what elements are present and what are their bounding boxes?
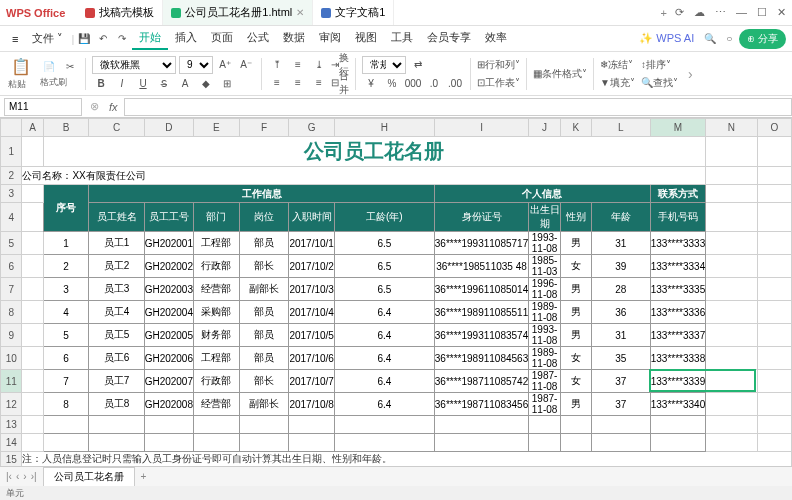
underline-icon[interactable]: U xyxy=(134,76,152,92)
cloud-icon[interactable]: ☁ xyxy=(694,6,705,19)
row-header[interactable]: 14 xyxy=(1,434,22,452)
fill-color-icon[interactable]: ◆ xyxy=(197,76,215,92)
settings-icon[interactable]: ○ xyxy=(720,31,738,47)
col-header[interactable]: J xyxy=(529,119,561,137)
align-bottom-icon[interactable]: ⤓ xyxy=(310,57,328,73)
sheet-tab[interactable]: 公司员工花名册 xyxy=(43,467,135,486)
row-header[interactable]: 9 xyxy=(1,324,22,347)
spreadsheet-grid[interactable]: ABCDEFGHIJKLMNO1公司员工花名册2公司名称：XX有限责任公司3序号… xyxy=(0,118,792,466)
row-header[interactable]: 11 xyxy=(1,370,22,393)
cut-icon[interactable]: ✂ xyxy=(61,58,79,74)
row-header[interactable]: 15 xyxy=(1,452,22,467)
formatbrush-label[interactable]: 格式刷 xyxy=(40,76,79,89)
row-header[interactable]: 13 xyxy=(1,416,22,434)
fx-icon[interactable]: fx xyxy=(103,101,124,113)
col-header[interactable]: L xyxy=(591,119,650,137)
menu-工具[interactable]: 工具 xyxy=(384,27,420,50)
percent-icon[interactable]: % xyxy=(383,76,401,92)
col-header[interactable]: O xyxy=(757,119,791,137)
row-col-button[interactable]: ⊞ 行和列 ˅ xyxy=(477,57,520,73)
sync-icon[interactable]: ⟳ xyxy=(675,6,684,19)
merge-button[interactable]: ⊟ 合并 xyxy=(331,75,349,91)
col-header[interactable]: H xyxy=(334,119,434,137)
comma-icon[interactable]: 000 xyxy=(404,76,422,92)
sheet-next-icon[interactable]: › xyxy=(23,471,26,482)
col-header[interactable]: M xyxy=(650,119,706,137)
number-format-select[interactable]: 常规 xyxy=(362,56,406,74)
add-tab-button[interactable]: + xyxy=(653,7,675,19)
row-header[interactable]: 1 xyxy=(1,137,22,167)
menu-页面[interactable]: 页面 xyxy=(204,27,240,50)
align-top-icon[interactable]: ⤒ xyxy=(268,57,286,73)
bold-icon[interactable]: B xyxy=(92,76,110,92)
col-header[interactable]: N xyxy=(706,119,757,137)
dec-dec-icon[interactable]: .00 xyxy=(446,76,464,92)
cancel-formula-icon[interactable]: ⊗ xyxy=(86,100,103,113)
row-header[interactable]: 12 xyxy=(1,393,22,416)
save-icon[interactable]: 💾 xyxy=(75,31,93,47)
row-header[interactable]: 3 xyxy=(1,185,22,203)
formula-input[interactable] xyxy=(124,98,792,116)
menu-开始[interactable]: 开始 xyxy=(132,27,168,50)
file-menu[interactable]: 文件 ˅ xyxy=(25,28,70,49)
find-button[interactable]: 🔍 查找 ˅ xyxy=(641,75,678,91)
file-tab[interactable]: 公司员工花名册1.html✕ xyxy=(163,0,313,25)
strike-icon[interactable]: S̶ xyxy=(155,76,173,92)
dec-inc-icon[interactable]: .0 xyxy=(425,76,443,92)
freeze-button[interactable]: ❄ 冻结 ˅ xyxy=(600,57,633,73)
col-header[interactable]: D xyxy=(144,119,193,137)
align-middle-icon[interactable]: ≡ xyxy=(289,57,307,73)
menu-效率[interactable]: 效率 xyxy=(478,27,514,50)
undo-icon[interactable]: ↶ xyxy=(94,31,112,47)
minimize-button[interactable]: — xyxy=(736,6,747,19)
row-header[interactable]: 7 xyxy=(1,278,22,301)
menu-视图[interactable]: 视图 xyxy=(348,27,384,50)
hamburger-menu[interactable]: ≡ xyxy=(6,31,24,47)
menu-公式[interactable]: 公式 xyxy=(240,27,276,50)
align-right-icon[interactable]: ≡ xyxy=(310,75,328,91)
decrease-font-icon[interactable]: A⁻ xyxy=(237,57,255,73)
worksheet-button[interactable]: ⊡ 工作表 ˅ xyxy=(477,75,520,91)
copy-icon[interactable]: 📄 xyxy=(40,58,58,74)
maximize-button[interactable]: ☐ xyxy=(757,6,767,19)
font-color-icon[interactable]: A xyxy=(176,76,194,92)
menu-数据[interactable]: 数据 xyxy=(276,27,312,50)
wps-ai-button[interactable]: ✨ WPS AI xyxy=(633,30,700,47)
fill-button[interactable]: ▼ 填充 ˅ xyxy=(600,75,635,91)
sheet-prev-icon[interactable]: ‹ xyxy=(16,471,19,482)
paste-icon[interactable]: 📋 xyxy=(8,56,34,76)
col-header[interactable]: I xyxy=(434,119,528,137)
transpose-icon[interactable]: ⇄ xyxy=(409,57,427,73)
select-all-corner[interactable] xyxy=(1,119,22,137)
align-left-icon[interactable]: ≡ xyxy=(268,75,286,91)
align-center-icon[interactable]: ≡ xyxy=(289,75,307,91)
menu-icon[interactable]: ⋯ xyxy=(715,6,726,19)
close-tab-icon[interactable]: ✕ xyxy=(296,7,304,18)
row-header[interactable]: 8 xyxy=(1,301,22,324)
col-header[interactable]: E xyxy=(194,119,240,137)
row-header[interactable]: 10 xyxy=(1,347,22,370)
increase-font-icon[interactable]: A⁺ xyxy=(216,57,234,73)
row-header[interactable]: 6 xyxy=(1,255,22,278)
redo-icon[interactable]: ↷ xyxy=(113,31,131,47)
name-box[interactable]: M11 xyxy=(4,98,82,116)
row-header[interactable]: 5 xyxy=(1,232,22,255)
col-header[interactable]: K xyxy=(560,119,591,137)
sheet-last-icon[interactable]: ›| xyxy=(31,471,37,482)
col-header[interactable]: F xyxy=(239,119,289,137)
search-icon[interactable]: 🔍 xyxy=(701,31,719,47)
add-sheet-button[interactable]: + xyxy=(141,471,147,482)
row-header[interactable]: 2 xyxy=(1,167,22,185)
col-header[interactable]: B xyxy=(43,119,89,137)
file-tab[interactable]: 文字文稿1 xyxy=(313,0,394,25)
menu-审阅[interactable]: 审阅 xyxy=(312,27,348,50)
cond-format-button[interactable]: ▦ 条件格式 ˅ xyxy=(533,66,587,82)
menu-插入[interactable]: 插入 xyxy=(168,27,204,50)
sheet-first-icon[interactable]: |‹ xyxy=(6,471,12,482)
menu-会员专享[interactable]: 会员专享 xyxy=(420,27,478,50)
share-button[interactable]: ⊕ 分享 xyxy=(739,29,786,49)
file-tab[interactable]: 找稿壳模板 xyxy=(77,0,163,25)
italic-icon[interactable]: I xyxy=(113,76,131,92)
font-name-select[interactable]: 微软雅黑 xyxy=(92,56,176,74)
col-header[interactable]: A xyxy=(22,119,43,137)
